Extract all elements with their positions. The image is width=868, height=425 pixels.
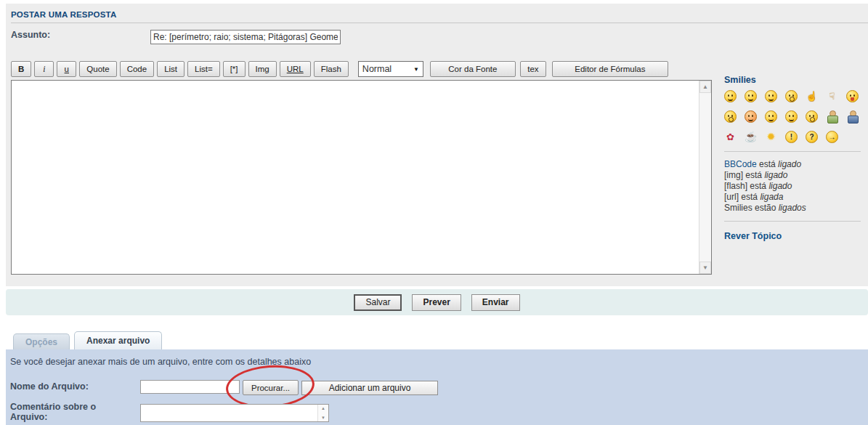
review-topic-link[interactable]: Rever Tópico [724, 231, 782, 241]
file-comment-label: Comentário sobre o Arquivo: [10, 402, 126, 422]
status-name: [img] [724, 170, 743, 180]
scroll-down-icon[interactable]: ▼ [699, 262, 711, 274]
sidebar-divider-bottom [724, 221, 861, 222]
quote-button[interactable]: Quote [79, 61, 116, 77]
status-mid: está [739, 192, 760, 202]
smiley-surprised-icon[interactable] [724, 110, 737, 123]
filename-input[interactable] [140, 380, 240, 394]
scroll-up-icon[interactable]: ▲ [699, 81, 711, 93]
smiley-wink-icon[interactable] [765, 90, 777, 102]
exclamation-icon[interactable] [785, 131, 798, 143]
italic-button[interactable]: i [34, 61, 54, 77]
idea-bulb-icon[interactable]: ✹ [765, 131, 777, 143]
smiley-razz-icon[interactable] [846, 90, 859, 102]
underline-button[interactable]: u [57, 61, 76, 77]
status-state: ligado [778, 159, 801, 169]
status-state: ligado [768, 181, 792, 191]
smiley-embarrassed-icon[interactable] [745, 110, 757, 123]
code-button[interactable]: Code [120, 61, 155, 77]
scroll-up-icon[interactable]: ▲ [318, 405, 328, 412]
bold-button[interactable]: B [11, 61, 31, 77]
message-editor-wrap: ▲ ▼ [11, 80, 712, 275]
subject-label: Assunto: [11, 30, 50, 40]
rose-icon[interactable]: ✿ [724, 131, 737, 143]
url-button[interactable]: URL [280, 61, 311, 77]
status-name: [flash] [724, 181, 747, 191]
smiley-teacher-icon[interactable] [826, 110, 838, 123]
status-mid: está [747, 181, 768, 191]
smiley-rolleyes-icon[interactable] [785, 90, 798, 102]
bbcode-toolbar: B i u Quote Code List List= [*] Img URL … [11, 61, 668, 77]
bbcode-status-line: BBCode está ligado [724, 159, 864, 170]
smilies-title: Smilies [724, 75, 864, 85]
tex-button[interactable]: tex [520, 61, 546, 77]
message-textarea[interactable] [12, 81, 699, 274]
font-size-select[interactable]: Normal ▼ [358, 61, 423, 77]
img-button[interactable]: Img [248, 61, 277, 77]
font-color-button[interactable]: Cor da Fonte [430, 61, 516, 77]
smilies-row-3: ✿ ☕ ✹ [724, 131, 864, 143]
bbcode-status-list: BBCode está ligado [img] está ligado [fl… [724, 159, 864, 214]
file-comment-textarea[interactable] [141, 405, 318, 421]
list-item-button[interactable]: [*] [223, 61, 246, 77]
font-size-value: Normal [362, 64, 392, 74]
status-state: ligada [760, 192, 783, 202]
smilies-row-2 [724, 110, 864, 123]
file-comment-wrap: ▲ ▼ [140, 404, 329, 422]
tab-bar: Opções Anexar arquivo [13, 331, 162, 349]
smiley-student-icon[interactable] [846, 110, 859, 123]
question-icon[interactable] [806, 131, 818, 143]
smilies-row-1: ☝ ☟ [724, 90, 864, 102]
submit-button[interactable]: Enviar [471, 294, 520, 311]
tab-attach-file[interactable]: Anexar arquivo [74, 331, 162, 349]
bbcode-status-line: [flash] está ligado [724, 181, 864, 192]
attachment-panel: Se você desejar anexar mais de um arquiv… [6, 349, 868, 425]
smiley-confused-icon[interactable] [806, 110, 818, 123]
smiley-party-icon[interactable] [765, 110, 777, 123]
status-state: ligados [779, 203, 806, 213]
status-mid: está [743, 170, 764, 180]
bbcode-status-line: [img] está ligado [724, 170, 864, 181]
smiley-laughing-icon[interactable] [785, 110, 798, 123]
thumbs-down-icon[interactable]: ☟ [826, 90, 838, 102]
save-button[interactable]: Salvar [354, 294, 402, 311]
flash-button[interactable]: Flash [314, 61, 349, 77]
sidebar: Smilies ☝ ☟ ✿ ☕ ✹ [724, 75, 864, 242]
status-state: ligado [764, 170, 787, 180]
formula-editor-button[interactable]: Editor de Fórmulas [552, 61, 668, 77]
bbcode-status-line: [url] está ligada [724, 192, 864, 203]
tab-options[interactable]: Opções [13, 333, 70, 349]
status-mid: estão [753, 203, 779, 213]
coffee-icon[interactable]: ☕ [745, 131, 757, 143]
bbcode-status-line: Smilies estão ligados [724, 203, 864, 214]
smiley-very-happy-icon[interactable] [745, 90, 757, 102]
post-reply-page: POSTAR UMA RESPOSTA Assunto: B i u Quote… [0, 0, 868, 425]
scroll-down-icon[interactable]: ▼ [318, 414, 328, 421]
filename-label: Nome do Arquivo: [10, 381, 89, 392]
chevron-down-icon: ▼ [413, 66, 419, 73]
smiley-smile-icon[interactable] [724, 90, 737, 102]
comment-scrollbar[interactable]: ▲ ▼ [317, 405, 328, 421]
add-file-button[interactable]: Adicionar um arquivo [301, 381, 438, 395]
thumbs-up-icon[interactable]: ☝ [806, 90, 818, 102]
list-button[interactable]: List [157, 61, 184, 77]
action-band: Salvar Prever Enviar [6, 289, 868, 315]
page-title: POSTAR UMA RESPOSTA [11, 10, 116, 19]
bbcode-link[interactable]: BBCode [724, 159, 757, 169]
preview-button[interactable]: Prever [412, 294, 461, 311]
title-divider [11, 23, 868, 23]
subject-input[interactable] [150, 30, 341, 44]
ordered-list-button[interactable]: List= [187, 61, 220, 77]
attachment-intro-text: Se você desejar anexar mais de um arquiv… [10, 357, 311, 367]
status-name: [url] [724, 192, 739, 202]
browse-button[interactable]: Procurar... [243, 380, 299, 395]
sidebar-divider-top [724, 151, 861, 152]
arrow-icon[interactable] [826, 131, 838, 143]
editor-scrollbar[interactable]: ▲ ▼ [699, 81, 711, 274]
status-name: Smilies [724, 203, 753, 213]
status-mid: está [757, 159, 778, 169]
